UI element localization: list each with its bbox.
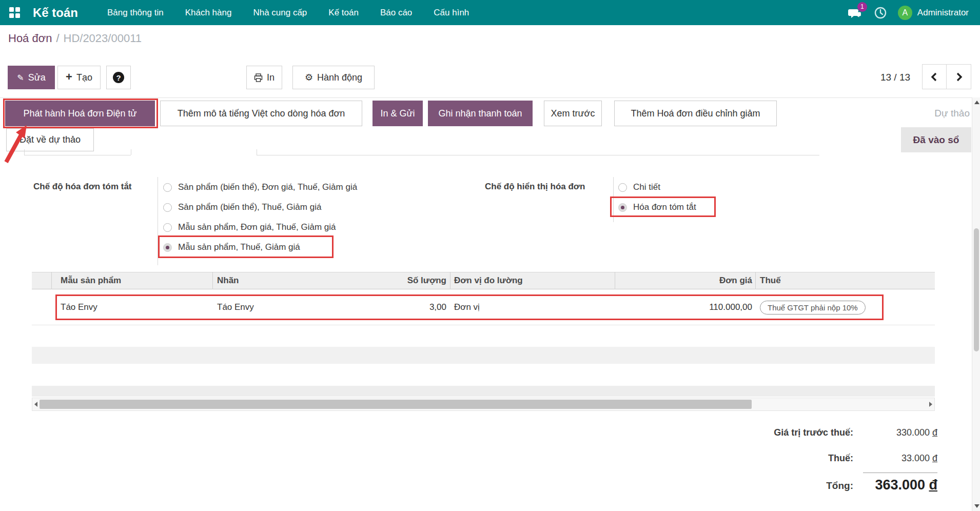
cell-product-template[interactable]: Táo Envy	[61, 289, 209, 325]
tax-amount: 33.000	[901, 453, 930, 463]
tax-amount-label: Thuế:	[699, 453, 853, 464]
user-menu[interactable]: A Administrator	[898, 6, 969, 20]
app-brand[interactable]: Kế toán	[33, 6, 78, 20]
breadcrumb-separator: /	[56, 32, 59, 45]
activities-clock-icon[interactable]	[873, 6, 888, 20]
column-header-tax[interactable]: Thuế	[760, 272, 929, 289]
action-button[interactable]: ⚙ Hành động	[292, 66, 375, 89]
tax-amount-value: 33.000 đ	[835, 453, 937, 464]
create-button[interactable]: + Tạo	[57, 66, 101, 89]
cell-quantity[interactable]: 3,00	[328, 289, 446, 325]
reset-to-draft-button[interactable]: Đặt về dự thảo	[6, 128, 94, 151]
publish-einvoice-label: Phát hành Hoá đơn Điện tử	[24, 108, 137, 119]
tab-edge-tick	[24, 149, 25, 155]
currency-symbol: đ	[932, 453, 937, 463]
empty-row-stripe	[32, 386, 935, 397]
radio-circle[interactable]	[618, 183, 627, 192]
preview-button[interactable]: Xem trước	[544, 101, 602, 126]
horizontal-scrollbar-thumb[interactable]	[40, 400, 752, 409]
column-divider	[755, 272, 756, 289]
currency-symbol: đ	[932, 427, 937, 438]
user-name: Administrator	[917, 8, 969, 18]
column-header-quantity[interactable]: Số lượng	[328, 272, 446, 289]
radio-circle[interactable]	[163, 183, 172, 192]
column-divider	[51, 272, 52, 289]
radio-circle-checked[interactable]	[163, 243, 172, 252]
gear-icon: ⚙	[305, 72, 313, 83]
summary-mode-field-label: Chế độ hóa đơn tóm tắt	[33, 180, 154, 193]
radio-option-variant-price-tax-discount[interactable]: Sản phẩm (biến thể), Đơn giá, Thuế, Giảm…	[163, 181, 357, 193]
column-divider	[212, 272, 213, 289]
preview-label: Xem trước	[551, 108, 595, 119]
active-tab-left-edge	[131, 149, 131, 155]
radio-label: Mẫu sản phẩm, Đơn giá, Thuế, Giảm giá	[178, 222, 336, 232]
tax-tag-pill[interactable]: Thuế GTGT phải nộp 10%	[760, 301, 866, 315]
print-button[interactable]: In	[246, 66, 282, 89]
nav-item-dashboard[interactable]: Bảng thông tin	[96, 0, 174, 25]
radio-option-template-price-tax-discount[interactable]: Mẫu sản phẩm, Đơn giá, Thuế, Giảm giá	[163, 221, 336, 233]
nav-item-accounting[interactable]: Kế toán	[318, 0, 369, 25]
cell-unit-price[interactable]: 110.000,00	[631, 289, 752, 325]
breadcrumb-invoices-link[interactable]: Hoá đơn	[8, 32, 52, 45]
edit-button[interactable]: ✎ Sửa	[8, 66, 55, 89]
cell-label[interactable]: Táo Envy	[217, 289, 309, 325]
top-navbar: Kế toán Bảng thông tin Khách hàng Nhà cu…	[0, 0, 980, 25]
add-vi-description-button[interactable]: Thêm mô tả tiếng Việt cho dòng hóa đơn	[160, 101, 362, 126]
scroll-down-arrow[interactable]	[974, 504, 979, 508]
user-avatar: A	[898, 6, 912, 20]
untaxed-amount-value: 330.000 đ	[835, 427, 937, 438]
scroll-left-arrow[interactable]	[34, 402, 37, 407]
radio-circle[interactable]	[163, 203, 172, 212]
add-credit-note-label: Thêm Hoá đơn điều chỉnh giảm	[631, 108, 760, 119]
column-header-uom[interactable]: Đơn vị đo lường	[454, 272, 608, 289]
radio-label: Mẫu sản phẩm, Thuế, Giảm giá	[178, 242, 300, 252]
print-and-send-button[interactable]: In & Gửi	[373, 101, 423, 126]
publish-einvoice-button[interactable]: Phát hành Hoá đơn Điện tử	[5, 101, 155, 126]
radio-option-summary-invoice-selected[interactable]: Hóa đơn tóm tắt	[618, 201, 696, 213]
register-payment-label: Ghi nhận thanh toán	[438, 108, 522, 119]
scroll-right-arrow[interactable]	[929, 402, 932, 407]
column-divider	[450, 272, 450, 289]
radio-circle-checked[interactable]	[618, 203, 627, 212]
add-credit-note-button[interactable]: Thêm Hoá đơn điều chỉnh giảm	[614, 101, 777, 126]
radio-option-variant-tax-discount[interactable]: Sản phẩm (biến thể), Thuế, Giảm giá	[163, 201, 321, 213]
pencil-icon: ✎	[17, 73, 24, 83]
pager-previous-button[interactable]	[922, 64, 947, 89]
cell-tax: Thuế GTGT phải nộp 10%	[760, 289, 929, 325]
untaxed-amount: 330.000	[896, 427, 930, 438]
nav-item-reports[interactable]: Báo cáo	[369, 0, 423, 25]
apps-grid-icon[interactable]	[9, 7, 21, 18]
status-draft: Dự thảo	[852, 101, 970, 126]
nav-item-customers[interactable]: Khách hàng	[174, 0, 243, 25]
print-and-send-label: In & Gửi	[380, 108, 415, 119]
tab-border-left	[24, 155, 131, 155]
column-header-label[interactable]: Nhãn	[217, 272, 309, 289]
tab-border-right	[257, 155, 819, 155]
vertical-scrollbar[interactable]	[972, 97, 980, 511]
column-header-product-template[interactable]: Mẫu sản phẩm	[61, 272, 209, 289]
help-button[interactable]: ?	[106, 66, 131, 89]
empty-row-stripe	[32, 347, 935, 364]
messages-icon[interactable]: 1	[848, 5, 863, 21]
column-header-unit-price[interactable]: Đơn giá	[631, 272, 752, 289]
create-button-label: Tạo	[76, 72, 92, 83]
breadcrumb: Hoá đơn/HD/2023/00011	[8, 32, 142, 45]
radio-label: Chi tiết	[633, 182, 660, 192]
scroll-up-arrow[interactable]	[974, 101, 979, 104]
reset-to-draft-label: Đặt về dự thảo	[19, 134, 81, 145]
nav-item-settings[interactable]: Cấu hình	[423, 0, 480, 25]
column-divider	[615, 272, 615, 289]
radio-option-detail[interactable]: Chi tiết	[618, 181, 660, 193]
horizontal-scrollbar[interactable]	[32, 398, 935, 411]
field-separator-right	[613, 177, 614, 222]
radio-circle[interactable]	[163, 223, 172, 232]
pager-next-button[interactable]	[947, 64, 971, 89]
printer-icon	[254, 73, 263, 82]
register-payment-button[interactable]: Ghi nhận thanh toán	[428, 101, 533, 126]
cell-uom[interactable]: Đơn vị	[454, 289, 608, 325]
breadcrumb-record: HD/2023/00011	[64, 32, 142, 45]
radio-option-template-tax-discount-selected[interactable]: Mẫu sản phẩm, Thuế, Giảm giá	[163, 241, 300, 253]
vertical-scrollbar-thumb[interactable]	[974, 228, 979, 351]
nav-item-vendors[interactable]: Nhà cung cấp	[242, 0, 318, 25]
status-posted-badge: Đã vào sổ	[901, 127, 971, 152]
